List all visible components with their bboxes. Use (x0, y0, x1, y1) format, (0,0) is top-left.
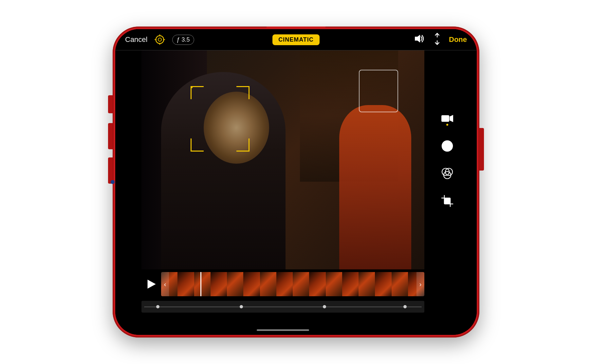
mute-switch[interactable] (108, 95, 113, 113)
scrubber-dot-2[interactable] (240, 305, 243, 308)
sound-icon[interactable] (414, 34, 424, 46)
filmstrip-bracket-left[interactable]: ‹ (161, 272, 169, 296)
film-frame (211, 272, 227, 296)
top-divider (115, 50, 477, 50)
home-indicator[interactable] (257, 329, 309, 331)
film-frame (359, 272, 375, 296)
video-tool-button[interactable] (439, 110, 456, 127)
top-toolbar: Cancel ƒ 3.5 CINEMATIC (115, 29, 477, 50)
play-button[interactable] (141, 274, 161, 294)
phone-frame: Cancel ƒ 3.5 CINEMATIC (113, 27, 479, 337)
svg-marker-6 (415, 35, 420, 43)
film-frame (177, 272, 194, 296)
film-frame (227, 272, 243, 296)
subject-man (161, 72, 286, 269)
cancel-button[interactable]: Cancel (125, 35, 147, 44)
volume-down-button[interactable] (108, 157, 113, 184)
app-content: Cancel ƒ 3.5 CINEMATIC (115, 29, 477, 335)
power-button[interactable] (479, 128, 484, 171)
scrubber-dot-1[interactable] (156, 305, 159, 308)
film-frame (194, 272, 211, 296)
film-frame (326, 272, 342, 296)
film-frame (375, 272, 391, 296)
playhead[interactable] (200, 272, 201, 296)
subject-woman (339, 105, 411, 270)
film-frame (260, 272, 276, 296)
focus-scrubber[interactable] (141, 301, 424, 313)
scrubber-track[interactable] (144, 306, 422, 307)
expand-icon[interactable] (429, 32, 444, 47)
color-tool-button[interactable] (439, 165, 456, 182)
focus-bracket-secondary[interactable] (359, 70, 398, 112)
svg-rect-13 (441, 115, 449, 122)
right-toolbar (424, 50, 470, 269)
toolbar-right: Done (353, 34, 467, 46)
video-tool-dot (446, 124, 448, 126)
film-frame (342, 272, 359, 296)
film-frame (309, 272, 325, 296)
done-button[interactable]: Done (449, 35, 467, 44)
face-highlight (204, 92, 269, 164)
svg-point-0 (156, 36, 164, 44)
toolbar-left: Cancel ƒ 3.5 (125, 34, 239, 46)
left-dot-indicator (111, 180, 115, 184)
svg-marker-14 (450, 115, 453, 122)
scrubber-dot-3[interactable] (323, 305, 326, 308)
toolbar-center: CINEMATIC (239, 34, 353, 45)
adjustment-tool-button[interactable] (439, 137, 456, 155)
scrubber-dot-4[interactable] (403, 305, 407, 308)
filmstrip-bracket-right[interactable]: › (416, 272, 424, 296)
crop-tool-button[interactable] (439, 192, 456, 209)
film-frame (276, 272, 293, 296)
timeline-row: ‹ › (141, 269, 424, 299)
aperture-button[interactable]: ƒ 3.5 (172, 35, 194, 45)
film-frame (293, 272, 309, 296)
film-frame (392, 272, 408, 296)
phone-screen: Cancel ƒ 3.5 CINEMATIC (115, 29, 477, 335)
cinematic-mode-badge[interactable]: CINEMATIC (272, 34, 320, 45)
bottom-controls: ‹ › (141, 269, 424, 335)
focus-ring-icon[interactable] (154, 34, 166, 46)
svg-point-1 (158, 38, 161, 41)
video-preview[interactable] (141, 50, 424, 269)
svg-point-16 (446, 145, 449, 147)
volume-up-button[interactable] (108, 123, 113, 149)
svg-marker-29 (148, 280, 156, 288)
film-frame (243, 272, 260, 296)
filmstrip[interactable]: ‹ › (161, 272, 424, 296)
